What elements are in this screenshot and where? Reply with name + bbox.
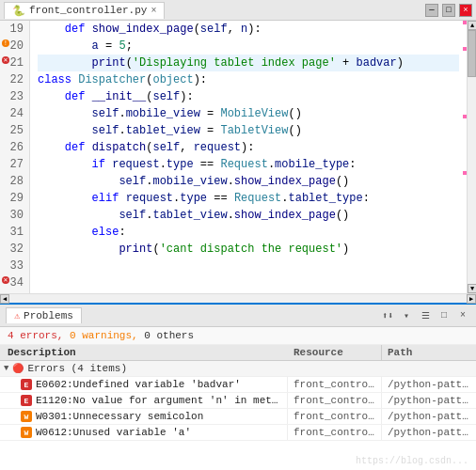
warning-marker-20: ! (2, 39, 9, 47)
h-scroll-track (9, 294, 467, 303)
error-path-1: /python-patterns (382, 377, 476, 392)
problems-summary: 4 errors, 0 warnings, 0 others (0, 327, 476, 345)
code-line-27: self.mobile_view = MobileView() (38, 105, 459, 122)
table-header: Description Resource Path (0, 345, 476, 361)
error-text-4: W0612:Unused variable 'a' (36, 427, 191, 438)
code-line-21: print('Displaying tablet index page' + b… (38, 55, 459, 71)
error-count: 4 errors, (8, 330, 63, 341)
table-row[interactable]: W W0301:Unnecessary semicolon front_cont… (0, 409, 476, 425)
error-icon-1: E (21, 379, 32, 390)
error-text-2: E1120:No value for argument 'n' in metho… (36, 395, 279, 406)
code-line-28: self.tablet_view = TabletView() (38, 122, 459, 139)
scroll-up-button[interactable]: ▲ (468, 21, 476, 30)
window-controls: ─ □ × (425, 4, 472, 17)
problems-table[interactable]: Description Resource Path ▼ 🔴 Errors (4 … (0, 345, 476, 470)
close-button[interactable]: × (459, 4, 472, 17)
col-header-path: Path (382, 345, 476, 360)
code-line-31: if request.type == Request.mobile_type: (38, 156, 459, 173)
title-bar: 🐍 front_controller.py × ─ □ × (0, 0, 476, 21)
line-num-24: 24 (6, 105, 24, 122)
problems-tab[interactable]: ⚠ Problems (6, 307, 82, 323)
table-row[interactable]: E E0602:Undefined variable 'badvar' fron… (0, 377, 476, 393)
filter-button[interactable]: ▾ (399, 308, 414, 323)
scroll-right-button[interactable]: ▶ (467, 294, 476, 304)
line-num-31: 31 (6, 224, 24, 241)
line-num-33: 33 (6, 258, 24, 274)
horizontal-scrollbar[interactable]: ◀ ▶ (0, 293, 476, 303)
line-num-19: 19 (6, 21, 24, 38)
code-line-35: else: (38, 224, 459, 241)
error-desc-4: W W0612:Unused variable 'a' (0, 425, 288, 440)
problems-tab-label: Problems (24, 310, 73, 321)
error-indicator-1 (463, 47, 467, 51)
close-panel-button[interactable]: × (455, 308, 470, 323)
panel-header: ⚠ Problems ⬆⬇ ▾ ☰ □ × (0, 305, 476, 327)
code-line-26: def __init__(self): (38, 88, 459, 105)
code-line-30: def dispatch(self, request): (38, 139, 459, 156)
code-editor: 19 ! 20 ✕ 21 22 23 24 25 26 27 28 29 30 … (0, 21, 476, 293)
table-row[interactable]: W W0612:Unused variable 'a' front_contro… (0, 425, 476, 441)
line-num-22: 22 (6, 71, 24, 88)
group-expand-icon[interactable]: ▼ (4, 364, 8, 373)
group-error-icon: 🔴 (12, 363, 24, 374)
line-num-26: 26 (6, 139, 24, 156)
code-line-19: def show_index_page(self, n): (38, 21, 459, 38)
menu-button[interactable]: ☰ (418, 308, 433, 323)
code-content[interactable]: def show_index_page(self, n): a = 5; pri… (30, 21, 467, 293)
panel-toolbar: ⬆⬇ ▾ ☰ □ × (380, 308, 470, 323)
table-row[interactable]: E E1120:No value for argument 'n' in met… (0, 393, 476, 409)
line-num-29: 29 (6, 190, 24, 207)
col-header-resource: Resource (288, 345, 382, 360)
error-desc-3: W W0301:Unnecessary semicolon (0, 409, 288, 424)
scroll-down-button[interactable]: ▼ (468, 284, 476, 293)
warning-count: 0 warnings, (70, 330, 138, 341)
error-path-3: /python-patterns (382, 409, 476, 424)
line-num-21: ✕ 21 (6, 55, 24, 71)
error-overview-ruler (463, 21, 467, 293)
problems-list: ▼ 🔴 Errors (4 items) E E0602:Undefined v… (0, 361, 476, 441)
line-num-28: 28 (6, 173, 24, 190)
tab-close-button[interactable]: × (151, 6, 156, 16)
code-line-33: elif request.type == Request.tablet_type… (38, 190, 459, 207)
code-line-24: class Dispatcher(object): (38, 71, 459, 88)
errors-group-row[interactable]: ▼ 🔴 Errors (4 items) (0, 361, 476, 377)
code-line-36: print('cant dispatch the request') (38, 241, 459, 258)
error-resource-2: front_controll... (288, 393, 382, 408)
col-header-description: Description (0, 345, 288, 360)
error-marker-34: ✕ (2, 276, 9, 284)
scrollbar-thumb[interactable] (468, 30, 476, 77)
error-indicator-top (463, 21, 467, 24)
error-desc-1: E E0602:Undefined variable 'badvar' (0, 377, 288, 392)
error-resource-1: front_controll... (288, 377, 382, 392)
tab-label: front_controller.py (29, 5, 147, 16)
file-icon: 🐍 (12, 5, 25, 17)
line-num-25: 25 (6, 122, 24, 139)
others-count: 0 others (144, 330, 194, 341)
minimize-button[interactable]: ─ (425, 4, 438, 17)
error-resource-4: front_controll... (288, 425, 382, 440)
error-marker-21: ✕ (2, 56, 9, 64)
editor-tab[interactable]: 🐍 front_controller.py × (4, 2, 165, 19)
line-num-20: ! 20 (6, 38, 24, 55)
line-num-35: 35 (6, 291, 24, 293)
sort-button[interactable]: ⬆⬇ (380, 308, 395, 323)
error-text-1: E0602:Undefined variable 'badvar' (36, 379, 241, 390)
line-numbers: 19 ! 20 ✕ 21 22 23 24 25 26 27 28 29 30 … (0, 21, 30, 293)
scroll-left-button[interactable]: ◀ (0, 294, 9, 304)
code-line-32: self.mobile_view.show_index_page() (38, 173, 459, 190)
code-line-20: a = 5; (38, 38, 459, 55)
problems-panel: ⚠ Problems ⬆⬇ ▾ ☰ □ × 4 errors, 0 warnin… (0, 303, 476, 470)
error-path-4: /python-patterns (382, 425, 476, 440)
error-desc-2: E E1120:No value for argument 'n' in met… (0, 393, 288, 408)
error-path-2: /python-patterns (382, 393, 476, 408)
line-num-30: 30 (6, 207, 24, 224)
vertical-scrollbar[interactable]: ▲ ▼ (467, 21, 476, 293)
warning-icon-4: W (21, 427, 32, 438)
minimize-panel-button[interactable]: □ (436, 308, 452, 323)
error-icon-2: E (21, 395, 32, 406)
error-text-3: W0301:Unnecessary semicolon (36, 411, 203, 422)
error-indicator-3 (463, 171, 467, 175)
code-line-34: self.tablet_view.show_index_page() (38, 207, 459, 224)
maximize-button[interactable]: □ (442, 4, 455, 17)
error-resource-3: front_controll... (288, 409, 382, 424)
